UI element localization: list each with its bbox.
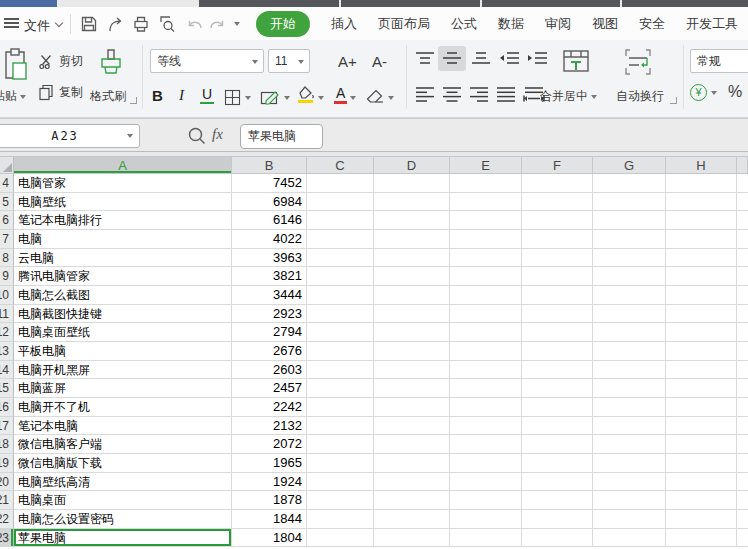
cell-F16[interactable] — [522, 398, 593, 417]
cell-A12[interactable]: 电脑桌面壁纸 — [14, 323, 232, 342]
cell-G22[interactable] — [593, 510, 666, 529]
name-box-dropdown[interactable] — [127, 134, 133, 138]
cell-partial[interactable] — [737, 417, 748, 436]
row-header-16[interactable]: 16 — [0, 398, 14, 417]
cell-partial[interactable] — [737, 305, 748, 324]
bold-button[interactable]: B — [152, 87, 163, 104]
document-tab[interactable] — [482, 0, 620, 7]
cell-G15[interactable] — [593, 379, 666, 398]
cell-E9[interactable] — [450, 267, 522, 286]
cell-B4[interactable]: 7452 — [232, 174, 307, 193]
row-header-12[interactable]: 12 — [0, 323, 14, 342]
align-center-icon[interactable] — [441, 86, 463, 103]
cell-B14[interactable]: 2603 — [232, 361, 307, 380]
format-painter-icon[interactable] — [98, 48, 124, 80]
cell-D20[interactable] — [374, 473, 450, 492]
cell-C19[interactable] — [307, 454, 374, 473]
cell-partial[interactable] — [737, 510, 748, 529]
align-right-icon[interactable] — [468, 86, 490, 103]
cell-partial[interactable] — [737, 529, 748, 548]
cell-B19[interactable]: 1965 — [232, 454, 307, 473]
cell-H8[interactable] — [666, 249, 737, 268]
cell-E11[interactable] — [450, 305, 522, 324]
ribbon-tab-公式[interactable]: 公式 — [451, 15, 477, 33]
dialog-launcher[interactable] — [670, 97, 677, 104]
number-format-select[interactable]: 常规 — [690, 49, 748, 73]
cell-partial[interactable] — [737, 211, 748, 230]
cell-F22[interactable] — [522, 510, 593, 529]
cell-B10[interactable]: 3444 — [232, 286, 307, 305]
cell-F23[interactable] — [522, 529, 593, 548]
row-header-4[interactable]: 4 — [0, 174, 14, 193]
font-name-select[interactable]: 等线 — [150, 49, 264, 73]
cell-H9[interactable] — [666, 267, 737, 286]
cell-F19[interactable] — [522, 454, 593, 473]
cell-partial[interactable] — [737, 174, 748, 193]
cell-F8[interactable] — [522, 249, 593, 268]
dialog-launcher[interactable] — [130, 97, 137, 104]
column-header-C[interactable]: C — [307, 157, 374, 174]
cell-F21[interactable] — [522, 491, 593, 510]
cell-E10[interactable] — [450, 286, 522, 305]
cell-B5[interactable]: 6984 — [232, 193, 307, 212]
fill-color-dropdown[interactable] — [318, 96, 324, 100]
cell-B21[interactable]: 1878 — [232, 491, 307, 510]
cell-E13[interactable] — [450, 342, 522, 361]
cell-G12[interactable] — [593, 323, 666, 342]
document-tab[interactable] — [622, 0, 748, 7]
cell-A7[interactable]: 电脑 — [14, 230, 232, 249]
cell-F7[interactable] — [522, 230, 593, 249]
cell-A15[interactable]: 电脑蓝屏 — [14, 379, 232, 398]
cell-C13[interactable] — [307, 342, 374, 361]
cell-A22[interactable]: 电脑怎么设置密码 — [14, 510, 232, 529]
font-color-button[interactable]: A — [334, 85, 347, 104]
cell-A21[interactable]: 电脑桌面 — [14, 491, 232, 510]
wrap-text-icon[interactable] — [622, 46, 654, 78]
cell-G7[interactable] — [593, 230, 666, 249]
column-header-H[interactable]: H — [666, 157, 737, 174]
cell-A9[interactable]: 腾讯电脑管家 — [14, 267, 232, 286]
cell-A5[interactable]: 电脑壁纸 — [14, 193, 232, 212]
cell-F13[interactable] — [522, 342, 593, 361]
merge-center-icon[interactable] — [560, 46, 592, 78]
ribbon-tab-页面布局[interactable]: 页面布局 — [378, 15, 430, 33]
document-tab[interactable] — [199, 0, 339, 7]
row-header-18[interactable]: 18 — [0, 435, 14, 454]
cell-B13[interactable]: 2676 — [232, 342, 307, 361]
cell-E14[interactable] — [450, 361, 522, 380]
cell-D6[interactable] — [374, 211, 450, 230]
format-painter-button[interactable]: 格式刷 — [90, 88, 126, 105]
cell-C9[interactable] — [307, 267, 374, 286]
cell-G20[interactable] — [593, 473, 666, 492]
cell-H23[interactable] — [666, 529, 737, 548]
paste-icon[interactable] — [0, 47, 30, 85]
column-header-A[interactable]: A — [14, 157, 232, 174]
row-header-10[interactable]: 10 — [0, 286, 14, 305]
column-header-E[interactable]: E — [450, 157, 522, 174]
font-size-select[interactable]: 11 — [268, 49, 310, 73]
cell-partial[interactable] — [737, 249, 748, 268]
cell-A14[interactable]: 电脑开机黑屏 — [14, 361, 232, 380]
align-top-icon[interactable] — [414, 51, 436, 66]
align-middle-icon[interactable] — [438, 46, 466, 71]
cell-F20[interactable] — [522, 473, 593, 492]
column-header-F[interactable]: F — [522, 157, 593, 174]
select-all-corner[interactable] — [0, 157, 14, 174]
cell-C16[interactable] — [307, 398, 374, 417]
cell-B18[interactable]: 2072 — [232, 435, 307, 454]
cell-E21[interactable] — [450, 491, 522, 510]
cell-G9[interactable] — [593, 267, 666, 286]
cell-H20[interactable] — [666, 473, 737, 492]
cell-C5[interactable] — [307, 193, 374, 212]
active-document-tab[interactable] — [0, 0, 57, 7]
cell-D7[interactable] — [374, 230, 450, 249]
cell-E16[interactable] — [450, 398, 522, 417]
row-header-17[interactable]: 17 — [0, 417, 14, 436]
cut-button[interactable]: 剪切 — [38, 53, 83, 70]
cell-partial[interactable] — [737, 454, 748, 473]
wrap-text-button[interactable]: 自动换行 — [616, 88, 664, 105]
cell-E19[interactable] — [450, 454, 522, 473]
cell-G18[interactable] — [593, 435, 666, 454]
cell-H19[interactable] — [666, 454, 737, 473]
cell-G10[interactable] — [593, 286, 666, 305]
